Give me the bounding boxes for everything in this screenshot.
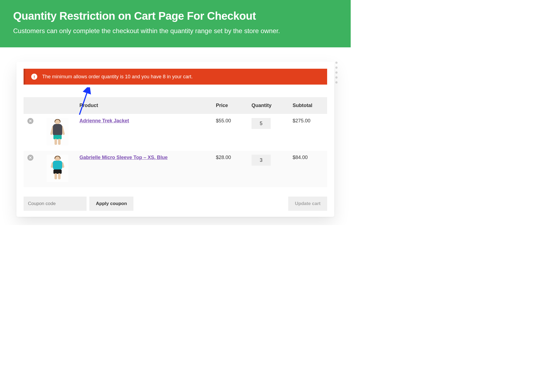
table-row: ✕ G — [24, 151, 327, 188]
apply-coupon-button[interactable]: Apply coupon — [89, 197, 133, 211]
cart-actions-row: Apply coupon Update cart — [24, 197, 327, 211]
close-icon: ✕ — [29, 156, 32, 160]
remove-item-button[interactable]: ✕ — [27, 118, 33, 124]
close-icon: ✕ — [29, 119, 32, 123]
table-row: ✕ A — [24, 114, 327, 151]
col-quantity-header: Quantity — [248, 97, 289, 114]
subtotal-cell: $84.00 — [289, 151, 327, 188]
hero-subtitle: Customers can only complete the checkout… — [13, 27, 338, 35]
col-remove-header — [24, 97, 43, 114]
stage: ! The minimum allows order quantity is 1… — [0, 47, 351, 225]
cart-card: ! The minimum allows order quantity is 1… — [16, 62, 334, 217]
subtotal-cell: $275.00 — [289, 114, 327, 151]
coupon-code-input[interactable] — [24, 197, 87, 211]
quantity-stepper[interactable] — [252, 118, 271, 129]
error-notice: ! The minimum allows order quantity is 1… — [24, 69, 327, 85]
error-notice-text: The minimum allows order quantity is 10 … — [42, 74, 193, 80]
cart-table: Product Price Quantity Subtotal ✕ — [24, 97, 327, 187]
update-cart-button[interactable]: Update cart — [288, 197, 327, 211]
product-link[interactable]: Gabrielle Micro Sleeve Top – XS, Blue — [79, 155, 168, 160]
col-subtotal-header: Subtotal — [289, 97, 327, 114]
col-product-header: Product — [76, 97, 212, 114]
quantity-stepper[interactable] — [252, 155, 271, 166]
price-cell: $28.00 — [212, 151, 248, 188]
product-thumbnail[interactable] — [47, 155, 68, 182]
hero-title: Quantity Restriction on Cart Page For Ch… — [13, 10, 338, 22]
hero-banner: Quantity Restriction on Cart Page For Ch… — [0, 0, 351, 47]
product-thumbnail[interactable] — [47, 118, 68, 145]
col-price-header: Price — [212, 97, 248, 114]
remove-item-button[interactable]: ✕ — [27, 155, 33, 161]
col-thumb-header — [43, 97, 76, 114]
product-link[interactable]: Adrienne Trek Jacket — [79, 118, 129, 123]
price-cell: $55.00 — [212, 114, 248, 151]
alert-icon: ! — [31, 74, 37, 80]
